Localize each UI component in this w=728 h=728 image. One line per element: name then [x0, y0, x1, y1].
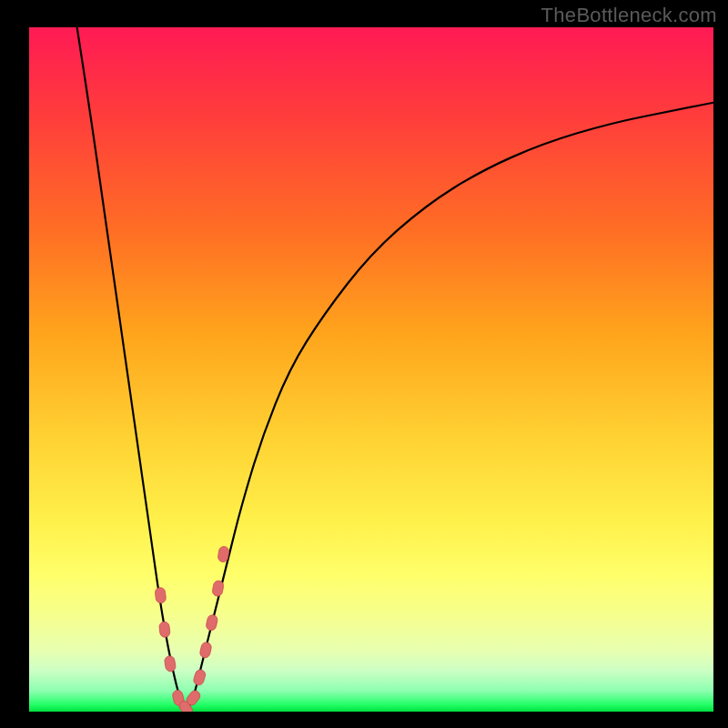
marker-pill: [199, 642, 212, 659]
marker-pill: [212, 580, 225, 597]
watermark-text: TheBottleneck.com: [541, 4, 717, 27]
curve-layer: [29, 27, 713, 712]
marker-pill: [164, 655, 177, 672]
chart-frame: TheBottleneck.com: [0, 0, 728, 728]
marker-group: [155, 546, 229, 712]
marker-pill: [158, 622, 170, 638]
marker-pill: [193, 669, 207, 686]
bottleneck-curve: [77, 27, 713, 708]
plot-area: [29, 27, 713, 712]
marker-pill: [206, 614, 218, 632]
marker-pill: [155, 587, 167, 603]
